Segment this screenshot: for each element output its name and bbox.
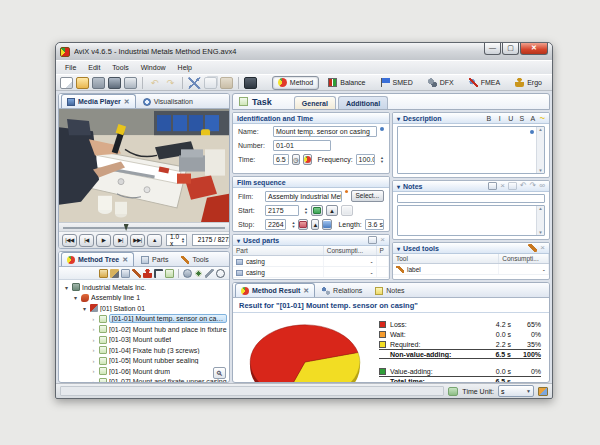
task-tab[interactable]: Additional <box>338 96 388 109</box>
tree-expander-icon[interactable] <box>90 326 97 332</box>
view-mode-icon[interactable] <box>194 269 203 278</box>
tree-search-icon[interactable]: 🔍︎ <box>213 367 226 379</box>
note-document-icon[interactable] <box>508 182 517 190</box>
edit-icon[interactable] <box>110 269 119 278</box>
add-tool-icon[interactable] <box>528 244 537 252</box>
marker-button[interactable]: ▲ <box>147 234 162 247</box>
tree-item[interactable]: [01-03] Mount outlet <box>59 335 229 346</box>
settings-icon[interactable] <box>205 269 214 278</box>
stop-field[interactable]: 2264 <box>265 219 286 230</box>
play-button[interactable]: ▶ <box>96 234 111 247</box>
tree-item[interactable]: Industrial Metals Inc. <box>59 282 229 293</box>
maximize-button[interactable]: ▢ <box>502 43 519 55</box>
frequency-spinner[interactable]: ▲▼ <box>378 156 384 163</box>
select-film-button[interactable]: Select... <box>351 190 384 202</box>
view-tab[interactable]: Media Player ✕ <box>61 94 136 108</box>
used-parts-header[interactable]: Used parts × <box>233 235 389 246</box>
add-part-icon[interactable] <box>121 269 130 278</box>
tree-expander-icon[interactable] <box>81 305 88 312</box>
column-header[interactable]: Part <box>233 246 323 256</box>
format-button[interactable]: B <box>485 115 493 122</box>
tree-item[interactable]: [01-07] Mount and fixate upper casing <box>59 377 229 383</box>
goto-start-icon[interactable]: ▲ <box>326 205 338 216</box>
link-note-icon[interactable]: ∞ <box>539 182 545 190</box>
add-part-icon[interactable] <box>368 236 377 244</box>
column-header[interactable]: Consumpti... <box>499 254 549 264</box>
tree-expander-icon[interactable] <box>72 294 79 301</box>
number-input[interactable]: 01-01 <box>273 140 331 151</box>
speed-spinner[interactable]: ▲▼ <box>179 237 185 244</box>
menu-item[interactable]: Help <box>173 63 197 72</box>
tree-expander-icon[interactable] <box>63 284 70 291</box>
step-forward-button[interactable]: ▶| <box>113 234 128 247</box>
display-icon[interactable] <box>244 77 257 89</box>
cut-icon[interactable] <box>188 77 201 89</box>
perspective-button[interactable]: FMEA <box>463 76 506 90</box>
new-note-icon[interactable] <box>488 182 497 190</box>
eco-status-icon[interactable] <box>448 387 458 396</box>
format-button[interactable]: U <box>507 115 515 122</box>
film-field[interactable]: Assembly Industrial Metals station 1 <box>265 191 342 202</box>
format-button[interactable]: A <box>529 115 537 122</box>
add-tool-icon[interactable] <box>132 269 141 278</box>
time-field[interactable]: 6.5 s <box>273 154 289 165</box>
column-header[interactable]: Tool <box>393 254 499 264</box>
link-icon[interactable] <box>183 269 192 278</box>
previous-note-icon[interactable]: ↶ <box>520 182 527 190</box>
tree-expander-icon[interactable] <box>90 316 97 322</box>
step-back-button[interactable]: |◀ <box>79 234 94 247</box>
layout-status-icon[interactable] <box>538 387 548 396</box>
operator-icon[interactable] <box>143 269 152 278</box>
next-note-icon[interactable]: ↷ <box>530 182 537 190</box>
view-tab[interactable]: Parts ✕ <box>135 252 174 266</box>
highlight-icon[interactable]: ~ <box>540 113 545 123</box>
tree-item[interactable]: [01] Station 01 <box>59 303 229 314</box>
perspective-button[interactable]: SMED <box>375 76 419 90</box>
tree-expander-icon[interactable] <box>90 358 97 364</box>
description-scrollbar[interactable]: ▲▼ <box>536 127 544 173</box>
clear-start-icon[interactable] <box>341 205 353 216</box>
tree-item[interactable]: [01-05] Mount rubber sealing <box>59 356 229 367</box>
paste-icon[interactable] <box>220 77 233 89</box>
tree-item[interactable]: [01-01] Mount temp. sensor on casing <box>59 314 229 325</box>
tree-expander-icon[interactable] <box>90 368 97 374</box>
view-tab[interactable]: Relations ✕ <box>316 283 368 297</box>
find-icon[interactable] <box>216 269 225 278</box>
column-header[interactable]: Consumpti... <box>323 246 376 256</box>
open-file-icon[interactable] <box>76 77 89 89</box>
view-tab[interactable]: Method Tree ✕ <box>61 252 134 266</box>
tree-item[interactable]: [01-02] Mount hub and place in fixture <box>59 324 229 335</box>
view-tab[interactable]: Visualisation ✕ <box>137 94 199 108</box>
time-analysis-pie-icon[interactable] <box>303 154 312 165</box>
tree-item[interactable]: [01-06] Mount drum <box>59 366 229 377</box>
view-tab[interactable]: Method Result ✕ <box>235 283 315 297</box>
format-button[interactable]: I <box>496 115 504 122</box>
skip-to-end-button[interactable]: ▶▶| <box>130 234 145 247</box>
perspective-button[interactable]: Method <box>272 76 319 90</box>
description-textarea[interactable]: ▲▼ <box>397 126 545 174</box>
rename-icon[interactable] <box>154 269 163 278</box>
menu-item[interactable]: File <box>60 63 81 72</box>
close-button[interactable]: ✕ <box>520 43 548 55</box>
tree-expander-icon[interactable] <box>90 337 97 343</box>
tree-expander-icon[interactable] <box>90 347 97 353</box>
menu-item[interactable]: Edit <box>83 63 105 72</box>
remove-tool-icon[interactable]: × <box>540 244 545 252</box>
format-button[interactable]: S <box>518 115 526 122</box>
close-tab-icon[interactable]: ✕ <box>303 287 309 295</box>
close-tab-icon[interactable]: ✕ <box>122 256 128 264</box>
notes-header[interactable]: Notes × ↶ ↷ ∞ <box>393 181 549 192</box>
tree-item[interactable]: Assembly line 1 <box>59 293 229 304</box>
goto-stop-icon[interactable]: ▲ <box>311 219 319 230</box>
time-unit-select[interactable]: s ▼ <box>498 385 534 397</box>
title-bar[interactable]: AviX v4.6.5 - Industrial Metals Method E… <box>56 43 552 60</box>
used-part-row[interactable]: casing - <box>233 256 389 267</box>
close-tab-icon[interactable]: ✕ <box>124 98 130 106</box>
undo-icon[interactable]: ↶ <box>148 77 161 89</box>
new-document-icon[interactable] <box>60 77 73 89</box>
perspective-button[interactable]: DFX <box>422 76 460 90</box>
perspective-button[interactable]: Ergo <box>509 76 548 90</box>
column-header[interactable]: P <box>376 246 388 256</box>
task-tab[interactable]: General <box>294 96 336 109</box>
tree-expander-icon[interactable] <box>90 379 97 382</box>
